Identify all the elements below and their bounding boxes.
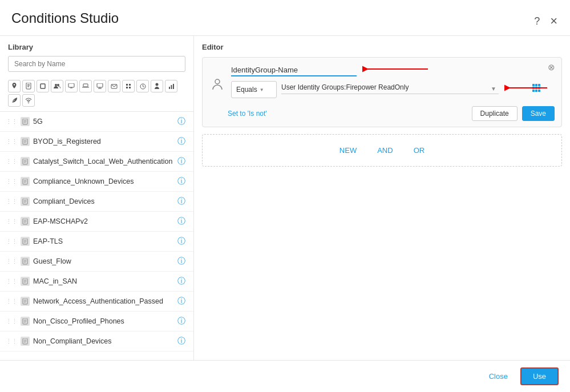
svg-rect-8 [83,84,88,87]
info-icon[interactable]: ⓘ [177,336,185,346]
svg-rect-7 [68,83,74,87]
dialog-footer: Close Use [0,360,570,392]
list-item[interactable]: ⋮⋮ Compliant_Devices ⓘ [0,192,193,212]
drag-handle: ⋮⋮ [6,198,17,205]
search-box [8,56,185,72]
red-arrow-1 [362,63,431,75]
editor-title: Editor [194,43,570,57]
svg-rect-14 [129,84,131,86]
list-item[interactable]: ⋮⋮ MAC_in_SAN ⓘ [0,272,193,292]
filter-clock-icon[interactable] [136,80,149,92]
library-title: Library [0,43,193,56]
list-item[interactable]: ⋮⋮ Compliance_Unknown_Devices ⓘ [0,172,193,192]
filter-laptop-icon[interactable] [79,80,92,92]
info-icon[interactable]: ⓘ [177,196,185,207]
drag-handle: ⋮⋮ [6,298,17,305]
close-footer-button[interactable]: Close [482,367,515,385]
item-doc-icon [21,177,30,186]
close-icon: × [550,14,557,29]
filter-grid2-icon[interactable] [122,80,135,92]
info-icon[interactable]: ⓘ [177,216,185,227]
filter-mail-icon[interactable] [108,80,120,92]
list-item[interactable]: ⋮⋮ EAP-MSCHAPv2 ⓘ [0,212,193,232]
info-icon[interactable]: ⓘ [177,236,185,246]
drag-handle: ⋮⋮ [6,278,17,285]
condition-name-input[interactable] [231,64,357,76]
item-doc-icon [21,117,30,126]
x-icon: ⊗ [548,63,555,71]
condition-card-close-button[interactable]: ⊗ [545,61,557,72]
chevron-down-icon: ▼ [260,87,264,92]
svg-rect-9 [97,83,103,87]
list-item-label: Catalyst_Switch_Local_Web_Authentication [33,157,174,165]
list-item[interactable]: ⋮⋮ Non_Compliant_Devices ⓘ [0,332,193,351]
condition-avatar [209,76,225,92]
list-item-label: Compliance_Unknown_Devices [33,177,174,185]
svg-point-22 [28,103,29,103]
info-icon[interactable]: ⓘ [177,136,185,147]
help-button[interactable]: ? [533,14,541,29]
filter-document-icon[interactable] [22,80,35,92]
or-button[interactable]: OR [409,144,430,157]
svg-rect-4 [41,84,45,88]
list-item[interactable]: ⋮⋮ EAP-TLS ⓘ [0,232,193,252]
filter-wifi-icon[interactable] [22,94,35,107]
list-item[interactable]: ⋮⋮ BYOD_is_Registered ⓘ [0,132,193,152]
filter-group-icon[interactable] [51,80,63,92]
equals-select[interactable]: Equals ▼ [231,81,277,98]
condition-card: ⊗ [202,57,562,127]
list-item-label: MAC_in_SAN [33,277,174,285]
filter-monitor-icon[interactable] [65,80,78,92]
list-item-label: EAP-TLS [33,237,174,245]
set-is-not-link[interactable]: Set to 'Is not' [228,110,267,118]
search-input[interactable] [8,56,185,72]
info-icon[interactable]: ⓘ [177,276,185,286]
value-input[interactable] [281,81,499,94]
help-icon: ? [534,15,540,27]
filter-display-icon[interactable] [94,80,106,92]
item-doc-icon [21,217,30,226]
svg-point-71 [215,79,220,84]
drag-handle: ⋮⋮ [6,318,17,325]
info-icon[interactable]: ⓘ [177,156,185,167]
item-doc-icon [21,257,30,266]
item-doc-icon [21,137,30,146]
use-button[interactable]: Use [520,367,559,385]
item-doc-icon [21,317,30,326]
list-item[interactable]: ⋮⋮ Catalyst_Switch_Local_Web_Authenticat… [0,152,193,172]
list-item[interactable]: ⋮⋮ Non_Cisco_Profiled_Phones ⓘ [0,312,193,332]
svg-point-5 [55,84,57,86]
editor-panel: Editor ⊗ [194,36,570,360]
info-icon[interactable]: ⓘ [177,296,185,306]
new-button[interactable]: NEW [335,144,361,157]
condition-name-row [231,64,541,76]
new-condition-row: NEW AND OR [202,134,562,167]
close-button[interactable]: × [549,13,559,30]
drag-handle: ⋮⋮ [6,118,17,126]
info-icon[interactable]: ⓘ [177,116,185,127]
list-item[interactable]: ⋮⋮ Network_Access_Authentication_Passed … [0,292,193,312]
filter-chart-icon[interactable] [165,80,177,92]
info-icon[interactable]: ⓘ [177,176,185,187]
svg-rect-20 [171,85,172,89]
list-item-label: Non_Compliant_Devices [33,337,174,345]
filter-person-icon[interactable] [151,80,163,92]
filter-location-icon[interactable] [8,80,21,92]
duplicate-button[interactable]: Duplicate [472,106,518,121]
equals-label: Equals [236,86,257,94]
save-button[interactable]: Save [522,106,555,121]
svg-point-18 [156,83,159,86]
info-icon[interactable]: ⓘ [177,256,185,266]
filter-leaf-icon[interactable] [8,94,21,107]
list-item[interactable]: ⋮⋮ Guest_Flow ⓘ [0,252,193,272]
dialog-header: Conditions Studio ? × [0,0,570,36]
editor-content: ⊗ [194,57,570,360]
info-icon[interactable]: ⓘ [177,316,185,326]
list-item[interactable]: ⋮⋮ 5G ⓘ [0,112,193,132]
drag-handle: ⋮⋮ [6,158,17,165]
conditions-studio-dialog: Conditions Studio ? × Library [0,0,570,392]
drag-handle: ⋮⋮ [6,238,17,245]
and-button[interactable]: AND [373,144,397,157]
svg-rect-19 [169,87,170,89]
filter-square-icon[interactable] [37,80,49,92]
